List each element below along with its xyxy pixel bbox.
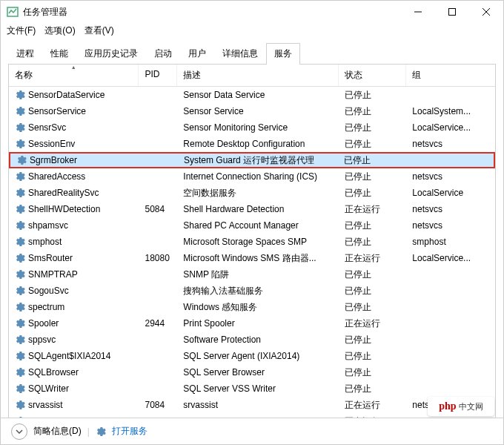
separator: |	[87, 426, 90, 437]
table-row[interactable]: SmsRouter18080Microsoft Windows SMS 路由器.…	[9, 250, 495, 266]
menu-file[interactable]: 文件(F)	[7, 24, 36, 37]
table-row[interactable]: SharedAccessInternet Connection Sharing …	[9, 168, 495, 185]
col-group[interactable]: 组	[406, 65, 495, 86]
cell-name: sppsvc	[9, 333, 139, 346]
tab-1[interactable]: 性能	[42, 43, 76, 64]
table-row[interactable]: SensorServiceSensor Service已停止LocalSyste…	[9, 103, 495, 119]
cell-group	[405, 159, 494, 162]
cell-group: netsvcs	[406, 170, 495, 183]
cell-name: SensorService	[9, 105, 139, 118]
cell-status: 正在运行	[339, 316, 407, 332]
cell-desc: Internet Connection Sharing (ICS)	[177, 170, 338, 183]
cell-group: netsvcs	[406, 202, 495, 216]
cell-desc: Shared PC Account Manager	[177, 219, 338, 232]
cell-status: 已停止	[339, 267, 407, 283]
maximize-button[interactable]	[435, 1, 469, 23]
service-icon	[15, 90, 25, 100]
table-row[interactable]: SensrSvcSensor Monitoring Service已停止Loca…	[9, 119, 495, 136]
cell-status: 正在运行	[339, 202, 407, 217]
cell-status: 已停止	[339, 104, 407, 119]
tab-0[interactable]: 进程	[8, 43, 42, 64]
service-icon	[15, 106, 25, 116]
table-row[interactable]: shpamsvcShared PC Account Manager已停止nets…	[9, 217, 495, 234]
table-row[interactable]: SQLAgent$IXIA2014SQL Server Agent (IXIA2…	[9, 348, 495, 364]
cell-status: 正在运行	[339, 251, 407, 266]
cell-desc: Windows 感知服务	[177, 300, 338, 315]
cell-group: LocalService	[406, 186, 495, 200]
cell-name: SogouSvc	[9, 284, 139, 297]
menu-options[interactable]: 选项(O)	[44, 24, 75, 37]
table-row[interactable]: SensorDataServiceSensor Data Service已停止	[9, 87, 495, 103]
open-services-link[interactable]: 打开服务	[112, 425, 147, 438]
cell-group	[406, 338, 495, 341]
table-row[interactable]: SharedRealitySvc空间数据服务已停止LocalService	[9, 185, 495, 201]
cell-group: LocalService...	[406, 121, 495, 134]
service-icon	[15, 302, 25, 312]
col-pid[interactable]: PID	[139, 65, 177, 86]
cell-status: 已停止	[339, 349, 407, 364]
cell-desc: Microsoft Storage Spaces SMP	[177, 235, 338, 248]
cell-name: SNMPTRAP	[9, 268, 139, 281]
cell-desc: SQL Server Browser	[177, 366, 338, 379]
cell-name: SensorDataService	[9, 88, 139, 102]
cell-name: ShellHWDetection	[9, 202, 139, 216]
menubar: 文件(F) 选项(O) 查看(V)	[1, 23, 503, 39]
cell-group: netsvcs	[406, 137, 495, 151]
cell-name: SharedAccess	[9, 170, 139, 183]
cell-status: 已停止	[339, 381, 407, 397]
collapse-button[interactable]	[11, 423, 27, 440]
col-name[interactable]: 名称	[9, 65, 139, 86]
table-row[interactable]: sppsvcSoftware Protection已停止	[9, 332, 495, 348]
cell-pid	[139, 159, 178, 162]
cell-pid	[139, 371, 177, 374]
services-table: 名称 PID 描述 状态 组 SensorDataServiceSensor D…	[8, 65, 496, 421]
cell-name: SessionEnv	[9, 137, 139, 151]
cell-status: 已停止	[339, 169, 407, 185]
close-button[interactable]	[469, 1, 503, 23]
cell-desc: srvassist	[177, 398, 338, 412]
cell-pid	[139, 273, 177, 276]
cell-group	[406, 371, 495, 374]
table-row[interactable]: SQLBrowserSQL Server Browser已停止	[9, 364, 495, 380]
cell-desc: Software Protection	[177, 333, 338, 346]
brief-info-link[interactable]: 简略信息(D)	[33, 425, 82, 438]
cell-pid	[139, 306, 177, 309]
tab-6[interactable]: 服务	[266, 43, 300, 64]
cell-desc: Print Spooler	[177, 317, 338, 330]
tab-2[interactable]: 应用历史记录	[76, 43, 146, 64]
cell-desc: Sensor Service	[177, 105, 338, 118]
table-row[interactable]: Spooler2944Print Spooler正在运行	[9, 315, 495, 332]
table-row[interactable]: ShellHWDetection5084Shell Hardware Detec…	[9, 201, 495, 217]
cell-name: SensrSvc	[9, 121, 139, 134]
table-row[interactable]: spectrumWindows 感知服务已停止	[9, 299, 495, 315]
table-row[interactable]: SgrmBrokerSystem Guard 运行时监视器代理已停止	[9, 152, 495, 168]
menu-view[interactable]: 查看(V)	[84, 24, 114, 37]
table-row[interactable]: srvassist7084srvassist正在运行netsvcs	[9, 397, 495, 413]
table-row[interactable]: SogouSvc搜狗输入法基础服务已停止	[9, 283, 495, 299]
cell-desc: 空间数据服务	[177, 185, 338, 201]
table-row[interactable]: SessionEnvRemote Desktop Configuration已停…	[9, 136, 495, 152]
cell-name: SmsRouter	[9, 251, 139, 265]
cell-name: SgrmBroker	[10, 154, 139, 167]
cell-status: 已停止	[338, 153, 405, 168]
cell-pid	[139, 93, 177, 96]
cell-pid	[139, 126, 177, 129]
service-icon	[15, 220, 25, 231]
minimize-button[interactable]	[401, 1, 435, 23]
table-row[interactable]: smphostMicrosoft Storage Spaces SMP已停止sm…	[9, 234, 495, 250]
tab-4[interactable]: 用户	[180, 43, 214, 64]
cell-pid	[139, 387, 177, 390]
col-status[interactable]: 状态	[339, 65, 407, 86]
tab-5[interactable]: 详细信息	[214, 43, 266, 64]
col-desc[interactable]: 描述	[177, 65, 338, 86]
svg-rect-2	[449, 9, 456, 16]
cell-name: srvassist	[9, 398, 139, 412]
tab-3[interactable]: 启动	[146, 43, 180, 64]
table-row[interactable]: SQLWriterSQL Server VSS Writer已停止	[9, 380, 495, 397]
cell-group	[406, 289, 495, 292]
service-icon	[16, 155, 27, 165]
cell-status: 已停止	[339, 218, 407, 234]
cell-status: 已停止	[339, 185, 407, 201]
cell-pid: 7084	[139, 398, 177, 412]
table-row[interactable]: SNMPTRAPSNMP 陷阱已停止	[9, 266, 495, 283]
